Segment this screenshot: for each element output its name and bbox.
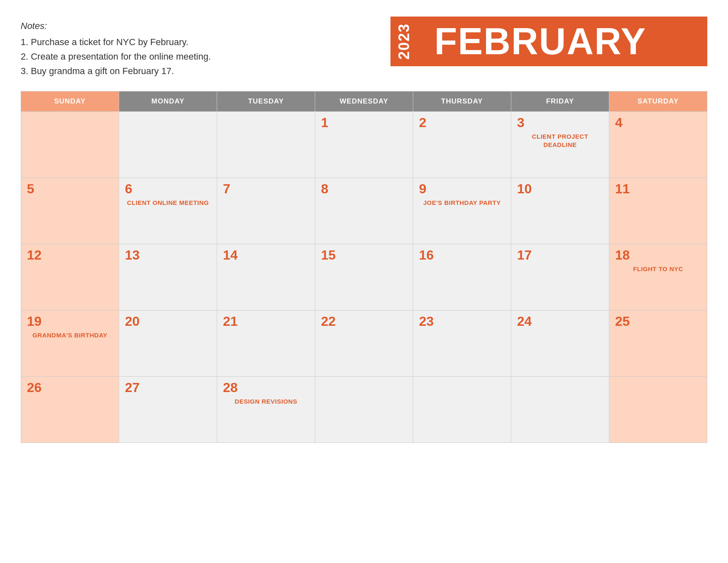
cell-day-number: 2: [419, 116, 505, 129]
calendar-cell: [217, 111, 315, 178]
calendar-cell: 5: [21, 178, 119, 244]
calendar-cell: 16: [413, 244, 511, 310]
cell-day-number: 20: [125, 315, 211, 328]
calendar-cell: 22: [315, 310, 413, 376]
cell-day-number: 23: [419, 315, 505, 328]
cell-day-number: 21: [223, 315, 309, 328]
calendar-cell: 15: [315, 244, 413, 310]
cell-day-number: 5: [27, 182, 113, 195]
calendar-cell: [119, 111, 217, 178]
day-header-monday: MONDAY: [119, 91, 217, 111]
cell-day-number: 10: [517, 182, 603, 195]
calendar-cell: 12: [21, 244, 119, 310]
calendar-cell: [413, 376, 511, 443]
notes-item-2: 2. Create a presentation for the online …: [21, 49, 211, 64]
month-header: 2023 FEBRUARY: [390, 17, 707, 66]
cell-day-number: 9: [419, 182, 505, 195]
month-name: FEBRUARY: [418, 17, 707, 66]
cell-day-number: 16: [419, 248, 505, 262]
calendar-cell: 14: [217, 244, 315, 310]
calendar-cell: 9JOE'S BIRTHDAY PARTY: [413, 178, 511, 244]
calendar-cell: 20: [119, 310, 217, 376]
cell-event-label: FLIGHT TO NYC: [615, 265, 701, 273]
calendar-cell: 1: [315, 111, 413, 178]
year-badge: 2023: [390, 17, 418, 66]
cell-day-number: 28: [223, 381, 309, 394]
cell-event-label: CLIENT PROJECT DEADLINE: [517, 132, 603, 149]
cell-day-number: 7: [223, 182, 309, 195]
cell-day-number: 24: [517, 315, 603, 328]
calendar-cell: 3CLIENT PROJECT DEADLINE: [511, 111, 609, 178]
calendar-cell: [609, 376, 707, 443]
cell-day-number: 8: [321, 182, 407, 195]
calendar-cell: 10: [511, 178, 609, 244]
cell-day-number: 19: [27, 315, 113, 328]
top-section: Notes: 1. Purchase a ticket for NYC by F…: [21, 17, 707, 79]
calendar-cell: 4: [609, 111, 707, 178]
cell-day-number: 1: [321, 116, 407, 129]
day-header-saturday: SATURDAY: [609, 91, 707, 111]
notes-item-1: 1. Purchase a ticket for NYC by February…: [21, 35, 211, 49]
cell-event-label: JOE'S BIRTHDAY PARTY: [419, 199, 505, 207]
calendar-cell: 21: [217, 310, 315, 376]
calendar-cell: 19GRANDMA'S BIRTHDAY: [21, 310, 119, 376]
cell-day-number: 17: [517, 248, 603, 262]
cell-day-number: 11: [615, 182, 701, 195]
cell-day-number: 6: [125, 182, 211, 195]
notes-title: Notes:: [21, 21, 211, 31]
calendar-cell: 24: [511, 310, 609, 376]
calendar-cell: 28DESIGN REVISIONS: [217, 376, 315, 443]
calendar-cell: 23: [413, 310, 511, 376]
calendar-cell: 11: [609, 178, 707, 244]
cell-day-number: 25: [615, 315, 701, 328]
cell-event-label: CLIENT ONLINE MEETING: [125, 199, 211, 207]
cell-day-number: 27: [125, 381, 211, 394]
cell-day-number: 3: [517, 116, 603, 129]
calendar-cell: 13: [119, 244, 217, 310]
day-header-friday: FRIDAY: [511, 91, 609, 111]
calendar-cell: 2: [413, 111, 511, 178]
calendar-cell: 26: [21, 376, 119, 443]
cell-day-number: 14: [223, 248, 309, 262]
cell-event-label: DESIGN REVISIONS: [223, 397, 309, 406]
notes-item-3: 3. Buy grandma a gift on February 17.: [21, 64, 211, 78]
cell-day-number: 12: [27, 248, 113, 262]
calendar-cell: [511, 376, 609, 443]
cell-day-number: 13: [125, 248, 211, 262]
calendar-cell: 27: [119, 376, 217, 443]
calendar-cell: 25: [609, 310, 707, 376]
notes-area: Notes: 1. Purchase a ticket for NYC by F…: [21, 17, 211, 79]
calendar-cell: 18FLIGHT TO NYC: [609, 244, 707, 310]
day-header-sunday: SUNDAY: [21, 91, 119, 111]
cell-day-number: 4: [615, 116, 701, 129]
day-header-tuesday: TUESDAY: [217, 91, 315, 111]
cell-day-number: 15: [321, 248, 407, 262]
calendar-cell: 7: [217, 178, 315, 244]
day-header-wednesday: WEDNESDAY: [315, 91, 413, 111]
cell-day-number: 18: [615, 248, 701, 262]
cell-day-number: 26: [27, 381, 113, 394]
cell-day-number: 22: [321, 315, 407, 328]
calendar-cell: 8: [315, 178, 413, 244]
calendar-cell: [21, 111, 119, 178]
calendar-cell: 17: [511, 244, 609, 310]
cell-event-label: GRANDMA'S BIRTHDAY: [27, 331, 113, 339]
day-header-thursday: THURSDAY: [413, 91, 511, 111]
calendar-cell: 6CLIENT ONLINE MEETING: [119, 178, 217, 244]
calendar-cell: [315, 376, 413, 443]
calendar: SUNDAYMONDAYTUESDAYWEDNESDAYTHURSDAYFRID…: [21, 91, 707, 443]
